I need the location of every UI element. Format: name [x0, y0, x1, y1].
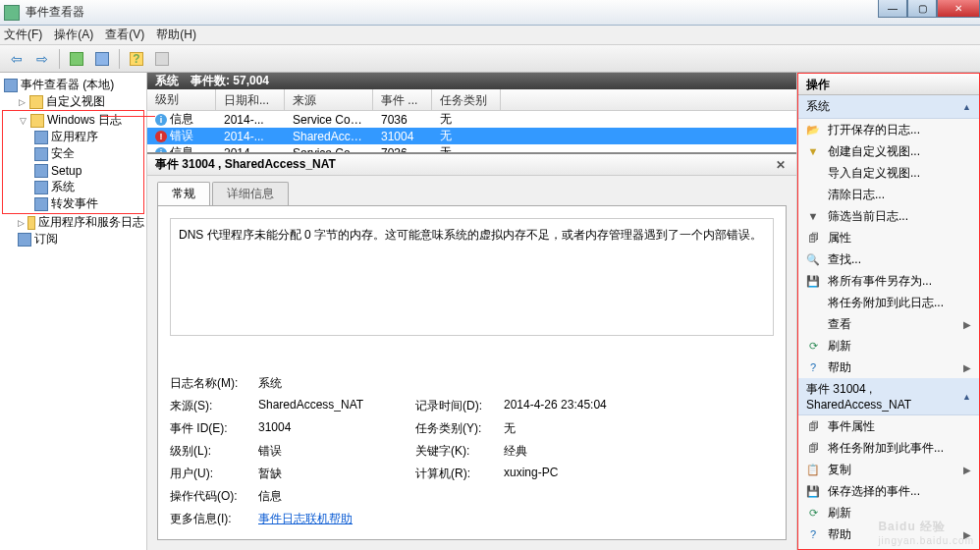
cell-id: 7036 [373, 113, 432, 127]
close-button[interactable]: ✕ [937, 0, 980, 18]
col-category[interactable]: 任务类别 [432, 89, 501, 110]
tree-label: Setup [51, 164, 82, 178]
menu-file[interactable]: 文件(F) [4, 27, 42, 43]
more-info-link[interactable]: 事件日志联机帮助 [258, 511, 415, 527]
actions-section-system[interactable]: 系统▲ [798, 95, 979, 119]
nav-forward-button[interactable]: ⇨ [31, 48, 53, 70]
folder-icon [29, 95, 43, 109]
cell-level: 信息 [170, 111, 193, 128]
tree-windows-logs[interactable]: ▽Windows 日志 [3, 112, 143, 129]
tool-extra-button[interactable] [151, 48, 173, 70]
nav-back-button[interactable]: ⇦ [6, 48, 27, 70]
field-value: 31004 [258, 420, 415, 437]
tree-root[interactable]: 事件查看器 (本地) [2, 77, 144, 93]
log-header-count: 事件数: 57,004 [191, 73, 269, 89]
action-item[interactable]: 将任务附加到此日志... [798, 292, 979, 313]
menu-action[interactable]: 操作(A) [54, 27, 93, 43]
action-item[interactable]: ?帮助▶ [798, 523, 979, 545]
tree-app-services[interactable]: ▷应用程序和服务日志 [2, 214, 144, 231]
col-source[interactable]: 来源 [285, 89, 373, 110]
log-icon [34, 181, 48, 194]
detail-content: DNS 代理程序未能分配 0 字节的内存。这可能意味系统的虚拟内存不足，或者内存… [157, 205, 787, 540]
action-item[interactable]: 💾将所有事件另存为... [798, 270, 979, 292]
tree-application[interactable]: 应用程序 [3, 129, 143, 145]
field-label: 事件 ID(E): [170, 420, 258, 437]
tool-props-button[interactable] [91, 48, 113, 70]
tool-help-button[interactable]: ? [126, 48, 147, 70]
action-item[interactable]: 💾保存选择的事件... [798, 480, 979, 502]
action-item[interactable]: ?帮助▶ [798, 357, 979, 378]
col-level[interactable]: 级别 [147, 89, 216, 110]
table-row[interactable]: i信息2014-...Service Con...7036无 [147, 111, 796, 128]
table-row[interactable]: i信息2014-...Service Con...7036无 [147, 144, 796, 154]
field-value: 系统 [258, 375, 415, 392]
action-label: 复制 [828, 462, 851, 478]
action-item[interactable]: 📂打开保存的日志... [798, 119, 979, 140]
field-value: 信息 [258, 488, 415, 505]
tree-forwarded[interactable]: 转发事件 [3, 195, 143, 212]
action-icon: ? [806, 527, 820, 541]
table-row[interactable]: !错误2014-...SharedAcce...31004无 [147, 128, 796, 144]
tree-system[interactable]: 系统 [3, 179, 143, 195]
window-controls: — ▢ ✕ [878, 0, 980, 18]
cell-source: SharedAcce... [285, 130, 373, 143]
tree-root-label: 事件查看器 (本地) [21, 77, 114, 93]
maximize-button[interactable]: ▢ [907, 0, 937, 18]
col-id[interactable]: 事件 ... [373, 89, 432, 110]
actions-section-label: 事件 31004 , SharedAccess_NAT [806, 381, 962, 412]
toolbar: ⇦ ⇨ ? [0, 45, 980, 73]
tool-new-button[interactable] [66, 48, 87, 70]
action-icon [806, 166, 820, 180]
field-label: 来源(S): [170, 398, 258, 414]
action-icon: 💾 [806, 484, 820, 498]
action-item[interactable]: ▼筛选当前日志... [798, 205, 979, 227]
error-icon: ! [155, 131, 167, 142]
field-value: xuxing-PC [504, 466, 700, 482]
action-item[interactable]: 🔍查找... [798, 248, 979, 270]
tab-general[interactable]: 常规 [157, 182, 210, 205]
props-icon [95, 52, 109, 66]
action-item[interactable]: ⟳刷新 [798, 335, 979, 357]
action-item[interactable]: 🗐属性 [798, 227, 979, 248]
expand-icon[interactable]: ▷ [18, 97, 27, 106]
folder-icon [27, 216, 35, 230]
col-date[interactable]: 日期和... [216, 89, 285, 110]
action-label: 将任务附加到此事件... [828, 440, 944, 457]
action-item[interactable]: ⟳刷新 [798, 502, 979, 523]
expand-icon[interactable]: ▷ [18, 218, 25, 227]
cell-level: 信息 [170, 144, 193, 154]
tab-details[interactable]: 详细信息 [212, 182, 289, 205]
expand-icon[interactable]: ▽ [19, 116, 27, 125]
field-label: 记录时间(D): [415, 398, 504, 414]
arrow-left-icon: ⇦ [11, 51, 23, 67]
action-item[interactable]: 🗐将任务附加到此事件... [798, 437, 979, 459]
tree-setup[interactable]: Setup [3, 162, 143, 179]
submenu-icon: ▶ [963, 362, 971, 373]
log-icon [34, 131, 48, 144]
detail-title-bar: 事件 31004 , SharedAccess_NAT ✕ [147, 154, 796, 176]
collapse-icon: ▲ [962, 392, 971, 402]
log-icon [34, 197, 48, 211]
action-item[interactable]: 🗐事件属性 [798, 415, 979, 437]
action-icon: 🗐 [806, 419, 820, 433]
action-label: 将所有事件另存为... [828, 273, 932, 290]
action-label: 刷新 [828, 338, 851, 355]
detail-close-button[interactable]: ✕ [773, 157, 789, 173]
actions-section-event[interactable]: 事件 31004 , SharedAccess_NAT▲ [798, 378, 979, 415]
field-label: 用户(U): [170, 466, 258, 482]
action-item[interactable]: 📋复制▶ [798, 459, 979, 480]
tree-security[interactable]: 安全 [3, 145, 143, 162]
action-label: 清除日志... [828, 187, 885, 203]
menu-help[interactable]: 帮助(H) [156, 27, 196, 43]
action-item[interactable]: 清除日志... [798, 184, 979, 205]
tree-custom-views[interactable]: ▷自定义视图 [2, 93, 144, 110]
action-item[interactable]: 查看▶ [798, 313, 979, 335]
field-value: 2014-4-26 23:45:04 [504, 398, 700, 414]
tree-subscriptions[interactable]: 订阅 [2, 231, 144, 248]
action-item[interactable]: ▼创建自定义视图... [798, 140, 979, 162]
minimize-button[interactable]: — [878, 0, 907, 18]
detail-pane: 事件 31004 , SharedAccess_NAT ✕ 常规 详细信息 DN… [147, 154, 796, 550]
action-label: 创建自定义视图... [828, 143, 920, 160]
action-item[interactable]: 导入自定义视图... [798, 162, 979, 184]
menu-view[interactable]: 查看(V) [105, 27, 144, 43]
